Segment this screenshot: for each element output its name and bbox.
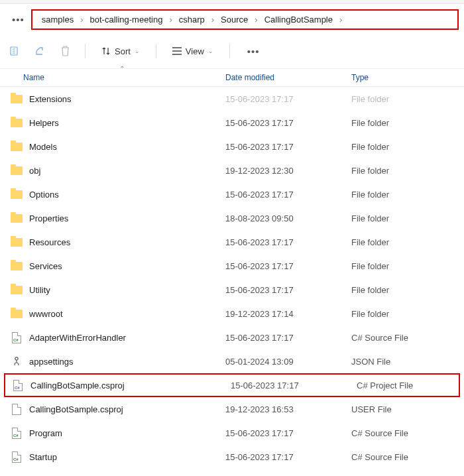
chevron-right-icon: › xyxy=(79,15,84,25)
csharp-file-icon xyxy=(11,451,23,462)
folder-icon xyxy=(11,237,23,247)
breadcrumb-overflow-button[interactable]: ••• xyxy=(8,14,29,25)
file-row[interactable]: CallingBotSample.csproj19-12-2023 16:53U… xyxy=(0,397,464,421)
cut-button[interactable] xyxy=(5,42,24,60)
breadcrumb-segment[interactable]: bot-calling-meeting xyxy=(85,13,168,26)
chevron-down-icon: ⌄ xyxy=(208,48,213,54)
file-row[interactable]: Helpers15-06-2023 17:17File folder xyxy=(0,111,464,135)
folder-icon xyxy=(11,213,23,223)
toolbar-divider xyxy=(156,44,156,58)
file-date: 15-06-2023 17:17 xyxy=(225,237,345,247)
file-type: File folder xyxy=(345,94,464,104)
file-type: File folder xyxy=(345,166,464,176)
file-type: USER File xyxy=(345,404,464,414)
delete-button[interactable] xyxy=(56,42,74,60)
folder-icon xyxy=(11,189,23,200)
file-row[interactable]: AdapterWithErrorHandler15-06-2023 17:17C… xyxy=(0,326,464,349)
copy-button[interactable] xyxy=(30,42,49,60)
file-name: AdapterWithErrorHandler xyxy=(29,333,126,343)
view-button[interactable]: View ⌄ xyxy=(167,44,219,59)
file-row[interactable]: obj19-12-2023 12:30File folder xyxy=(0,158,464,182)
file-icon xyxy=(11,404,23,414)
file-date: 15-06-2023 17:17 xyxy=(225,333,345,343)
chevron-down-icon: ⌄ xyxy=(135,48,140,54)
file-name: Utility xyxy=(29,285,50,295)
file-row[interactable]: wwwroot19-12-2023 17:14File folder xyxy=(0,302,464,326)
file-type: C# Source File xyxy=(345,428,464,438)
sort-indicator-icon: ⌃ xyxy=(119,65,125,72)
file-name: obj xyxy=(29,166,40,176)
file-type: File folder xyxy=(345,237,464,247)
file-type: File folder xyxy=(345,190,464,200)
file-name: Helpers xyxy=(29,118,59,128)
file-row[interactable]: Services15-06-2023 17:17File folder xyxy=(0,254,464,278)
file-name: Program xyxy=(29,428,62,438)
toolbar-divider xyxy=(229,44,230,58)
file-name: CallingBotSample.csproj xyxy=(30,381,125,390)
file-row[interactable]: Options15-06-2023 17:17File folder xyxy=(0,182,464,206)
toolbar-divider xyxy=(85,44,86,58)
file-type: File folder xyxy=(345,285,464,295)
file-row[interactable]: Properties18-08-2023 09:50File folder xyxy=(0,206,464,230)
file-date: 15-06-2023 17:17 xyxy=(225,452,345,462)
more-button[interactable]: ••• xyxy=(241,46,266,57)
file-name: wwwroot xyxy=(29,309,63,319)
chevron-right-icon: › xyxy=(253,15,259,25)
file-name: appsettings xyxy=(29,357,74,367)
folder-icon xyxy=(11,284,23,295)
breadcrumb-segment[interactable]: CallingBotSample xyxy=(259,13,338,26)
file-row[interactable]: Resources15-06-2023 17:17File folder xyxy=(0,230,464,254)
csproj-file-icon xyxy=(12,380,24,390)
file-date: 15-06-2023 17:17 xyxy=(225,190,345,200)
folder-icon xyxy=(11,141,23,152)
file-name: Services xyxy=(29,261,62,271)
file-date: 15-06-2023 17:17 xyxy=(225,118,345,128)
file-row[interactable]: Program15-06-2023 17:17C# Source File xyxy=(0,421,464,445)
file-name: Extensions xyxy=(29,94,72,104)
file-type: File folder xyxy=(345,142,464,152)
column-header-type[interactable]: Type xyxy=(345,73,464,82)
file-row[interactable]: appsettings05-01-2024 13:09JSON File xyxy=(0,349,464,373)
file-date: 15-06-2023 17:17 xyxy=(225,94,345,104)
csharp-file-icon xyxy=(11,332,23,343)
folder-icon xyxy=(11,93,23,104)
chevron-right-icon: › xyxy=(338,15,343,25)
folder-icon xyxy=(11,165,23,176)
file-type: File folder xyxy=(345,261,464,271)
chevron-right-icon: › xyxy=(168,15,173,25)
column-header-date[interactable]: Date modified xyxy=(225,73,345,82)
breadcrumb: samples›bot-calling-meeting›csharp›Sourc… xyxy=(31,9,459,30)
breadcrumb-bar: ••• samples›bot-calling-meeting›csharp›S… xyxy=(0,4,464,35)
file-type: C# Project File xyxy=(350,381,459,390)
sort-label: Sort xyxy=(115,46,131,56)
file-row[interactable]: Startup15-06-2023 17:17C# Source File xyxy=(0,445,464,469)
file-name: Resources xyxy=(29,237,70,247)
view-label: View xyxy=(186,46,204,56)
chevron-right-icon: › xyxy=(210,15,215,25)
file-date: 19-12-2023 12:30 xyxy=(225,166,345,176)
file-name: Options xyxy=(29,190,59,200)
file-name: Models xyxy=(29,142,57,152)
file-date: 15-06-2023 17:17 xyxy=(231,381,350,390)
file-row[interactable]: Utility15-06-2023 17:17File folder xyxy=(0,278,464,302)
file-row[interactable]: Extensions15-06-2023 17:17File folder xyxy=(0,87,464,111)
breadcrumb-segment[interactable]: csharp xyxy=(174,13,210,26)
breadcrumb-segment[interactable]: Source xyxy=(215,13,253,26)
breadcrumb-segment[interactable]: samples xyxy=(36,13,79,26)
toolbar: Sort ⌄ View ⌄ ••• xyxy=(0,35,464,69)
svg-point-1 xyxy=(15,357,18,360)
file-type: File folder xyxy=(345,213,464,223)
file-date: 15-06-2023 17:17 xyxy=(225,261,345,271)
file-name: CallingBotSample.csproj xyxy=(29,404,123,414)
file-row[interactable]: CallingBotSample.csproj15-06-2023 17:17C… xyxy=(4,373,460,397)
file-date: 15-06-2023 17:17 xyxy=(225,285,345,295)
column-header-name[interactable]: Name xyxy=(0,73,225,82)
file-date: 15-06-2023 17:17 xyxy=(225,428,345,438)
folder-icon xyxy=(11,261,23,271)
file-name: Startup xyxy=(29,452,57,462)
csharp-file-icon xyxy=(11,428,23,438)
file-row[interactable]: Models15-06-2023 17:17File folder xyxy=(0,135,464,158)
sort-button[interactable]: Sort ⌄ xyxy=(96,44,145,59)
file-type: JSON File xyxy=(345,357,464,367)
file-type: C# Source File xyxy=(345,452,464,462)
